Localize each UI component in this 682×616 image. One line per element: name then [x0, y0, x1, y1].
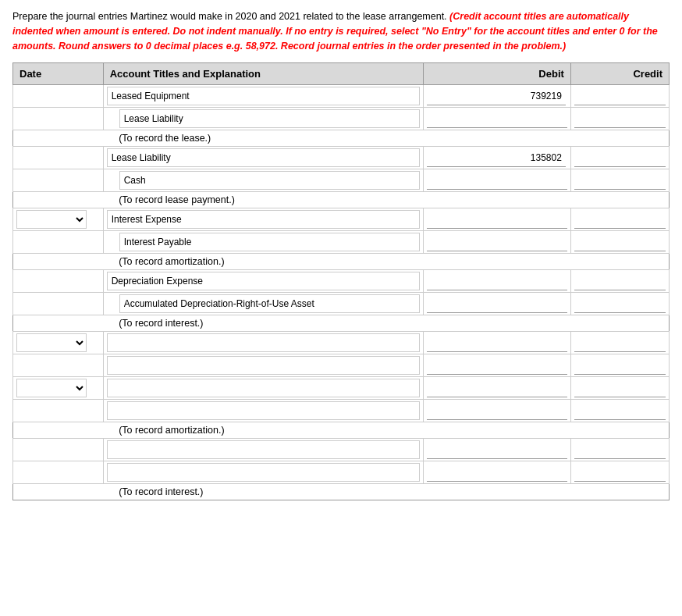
account-input-6-1[interactable] [107, 463, 420, 482]
debit-value-0-0 [423, 85, 570, 108]
account-input-2-1[interactable] [119, 233, 420, 251]
table-row [13, 354, 670, 377]
account-input-1-0[interactable] [107, 148, 420, 167]
note-text-1: (To record lease payment.) [103, 192, 669, 208]
debit-input-2-1[interactable] [427, 233, 567, 251]
account-input-4-1[interactable] [107, 356, 420, 375]
table-row [13, 85, 670, 108]
debit-input-5-0[interactable] [427, 379, 567, 397]
instructions-container: Prepare the journal entries Martinez wou… [12, 9, 670, 53]
date-select-2[interactable] [16, 210, 87, 229]
date-select-4[interactable] [16, 333, 87, 352]
table-row [13, 461, 670, 484]
credit-input-6-1[interactable] [574, 463, 666, 482]
debit-input-4-1[interactable] [427, 356, 567, 375]
table-row [13, 231, 670, 254]
account-input-3-1[interactable] [119, 294, 420, 313]
header-credit: Credit [570, 63, 669, 85]
table-row [13, 293, 670, 315]
debit-input-4-0[interactable] [427, 333, 567, 352]
header-debit: Debit [423, 63, 570, 85]
note-row-3: (To record interest.) [13, 315, 670, 332]
account-input-1-1[interactable] [119, 171, 420, 190]
note-row-5: (To record amortization.) [13, 422, 670, 439]
table-row [13, 108, 670, 130]
debit-input-3-1[interactable] [427, 294, 567, 313]
credit-input-5-1[interactable] [574, 401, 666, 420]
table-row [13, 377, 670, 400]
credit-input-1-0[interactable] [574, 148, 666, 167]
note-text-6: (To record interest.) [103, 484, 669, 500]
account-input-3-0[interactable] [107, 272, 420, 290]
note-row-2: (To record amortization.) [13, 254, 670, 270]
debit-input-6-1[interactable] [427, 463, 567, 482]
journal-table: Date Account Titles and Explanation Debi… [12, 62, 670, 500]
note-text-0: (To record the lease.) [103, 130, 669, 147]
account-input-0-1[interactable] [119, 109, 420, 128]
debit-input-6-0[interactable] [427, 440, 567, 459]
header-date: Date [13, 63, 104, 85]
table-row [13, 169, 670, 192]
table-row [13, 208, 670, 231]
credit-input-2-1[interactable] [574, 233, 666, 251]
account-input-6-0[interactable] [107, 440, 420, 459]
note-text-3: (To record interest.) [103, 315, 669, 332]
note-row-1: (To record lease payment.) [13, 192, 670, 208]
debit-input-3-0[interactable] [427, 272, 567, 290]
credit-input-3-0[interactable] [574, 272, 666, 290]
instructions-main: Prepare the journal entries Martinez wou… [12, 11, 447, 22]
credit-input-4-0[interactable] [574, 333, 666, 352]
debit-input-0-0[interactable] [427, 87, 566, 105]
header-account: Account Titles and Explanation [103, 63, 423, 85]
table-row [13, 147, 670, 169]
table-row [13, 439, 670, 461]
credit-input-5-0[interactable] [574, 379, 666, 397]
debit-value-1-0 [423, 147, 570, 169]
credit-input-0-0[interactable] [574, 87, 666, 105]
credit-input-1-1[interactable] [574, 171, 666, 190]
account-input-0-0[interactable] [107, 87, 420, 105]
table-row [13, 332, 670, 354]
debit-input-0-1[interactable] [427, 109, 567, 128]
credit-input-6-0[interactable] [574, 440, 666, 459]
debit-input-1-1[interactable] [427, 171, 567, 190]
date-select-5[interactable] [16, 379, 87, 397]
account-input-5-0[interactable] [107, 379, 420, 397]
account-input-2-0[interactable] [107, 210, 420, 229]
table-row [13, 270, 670, 293]
debit-input-2-0[interactable] [427, 210, 567, 229]
credit-input-3-1[interactable] [574, 294, 666, 313]
account-input-4-0[interactable] [107, 333, 420, 352]
note-row-0: (To record the lease.) [13, 130, 670, 147]
note-text-2: (To record amortization.) [103, 254, 669, 270]
debit-input-1-0[interactable] [427, 148, 566, 167]
account-input-5-1[interactable] [107, 401, 420, 420]
credit-input-0-1[interactable] [574, 109, 666, 128]
table-row [13, 400, 670, 422]
credit-input-2-0[interactable] [574, 210, 666, 229]
debit-input-5-1[interactable] [427, 401, 567, 420]
note-text-5: (To record amortization.) [103, 422, 669, 439]
note-row-6: (To record interest.) [13, 484, 670, 500]
credit-input-4-1[interactable] [574, 356, 666, 375]
